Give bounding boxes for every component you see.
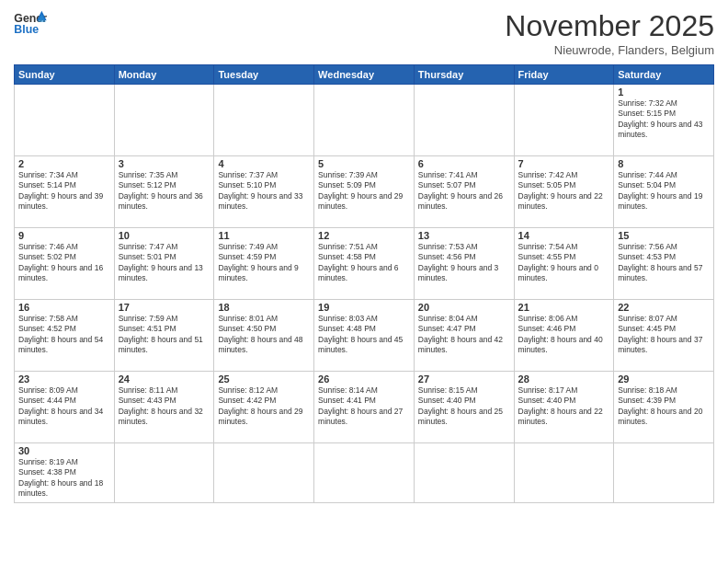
week-row-3: 9 Sunrise: 7:46 AMSunset: 5:02 PMDayligh… bbox=[15, 228, 714, 300]
day-20: 20 Sunrise: 8:04 AMSunset: 4:47 PMDaylig… bbox=[414, 300, 514, 372]
day-2: 2 Sunrise: 7:34 AMSunset: 5:14 PMDayligh… bbox=[15, 156, 115, 228]
day-19: 19 Sunrise: 8:03 AMSunset: 4:48 PMDaylig… bbox=[314, 300, 415, 372]
day-12: 12 Sunrise: 7:51 AMSunset: 4:58 PMDaylig… bbox=[314, 228, 415, 300]
week-row-5: 23 Sunrise: 8:09 AMSunset: 4:44 PMDaylig… bbox=[15, 372, 714, 443]
empty-cell bbox=[214, 85, 314, 156]
day-26: 26 Sunrise: 8:14 AMSunset: 4:41 PMDaylig… bbox=[314, 372, 415, 443]
day-3: 3 Sunrise: 7:35 AMSunset: 5:12 PMDayligh… bbox=[114, 156, 214, 228]
day-24: 24 Sunrise: 8:11 AMSunset: 4:43 PMDaylig… bbox=[114, 372, 214, 443]
day-4: 4 Sunrise: 7:37 AMSunset: 5:10 PMDayligh… bbox=[214, 156, 314, 228]
day-15: 15 Sunrise: 7:56 AMSunset: 4:53 PMDaylig… bbox=[614, 228, 714, 300]
calendar: Sunday Monday Tuesday Wednesday Thursday… bbox=[14, 64, 714, 503]
header-tuesday: Tuesday bbox=[214, 65, 314, 85]
month-title: November 2025 bbox=[505, 9, 714, 43]
week-row-2: 2 Sunrise: 7:34 AMSunset: 5:14 PMDayligh… bbox=[15, 156, 714, 228]
logo-icon: General Blue bbox=[14, 9, 47, 37]
day-8: 8 Sunrise: 7:44 AMSunset: 5:04 PMDayligh… bbox=[614, 156, 714, 228]
day-number-1: 1 bbox=[618, 86, 710, 98]
day-10: 10 Sunrise: 7:47 AMSunset: 5:01 PMDaylig… bbox=[114, 228, 214, 300]
day-28: 28 Sunrise: 8:17 AMSunset: 4:40 PMDaylig… bbox=[514, 372, 614, 443]
day-9: 9 Sunrise: 7:46 AMSunset: 5:02 PMDayligh… bbox=[15, 228, 115, 300]
weekday-header-row: Sunday Monday Tuesday Wednesday Thursday… bbox=[15, 65, 714, 85]
day-25: 25 Sunrise: 8:12 AMSunset: 4:42 PMDaylig… bbox=[214, 372, 314, 443]
day-1: 1 Sunrise: 7:32 AMSunset: 5:15 PMDayligh… bbox=[614, 85, 714, 156]
empty-cell bbox=[15, 85, 115, 156]
empty-cell bbox=[414, 85, 514, 156]
empty-cell bbox=[314, 443, 415, 503]
week-row-1: 1 Sunrise: 7:32 AMSunset: 5:15 PMDayligh… bbox=[15, 85, 714, 156]
day-13: 13 Sunrise: 7:53 AMSunset: 4:56 PMDaylig… bbox=[414, 228, 514, 300]
header-thursday: Thursday bbox=[414, 65, 514, 85]
day-6: 6 Sunrise: 7:41 AMSunset: 5:07 PMDayligh… bbox=[414, 156, 514, 228]
location: Nieuwrode, Flanders, Belgium bbox=[505, 43, 714, 57]
empty-cell bbox=[114, 443, 214, 503]
day-23: 23 Sunrise: 8:09 AMSunset: 4:44 PMDaylig… bbox=[15, 372, 115, 443]
empty-cell bbox=[214, 443, 314, 503]
empty-cell bbox=[414, 443, 514, 503]
header-saturday: Saturday bbox=[614, 65, 714, 85]
title-block: November 2025 Nieuwrode, Flanders, Belgi… bbox=[505, 9, 714, 57]
day-18: 18 Sunrise: 8:01 AMSunset: 4:50 PMDaylig… bbox=[214, 300, 314, 372]
day-21: 21 Sunrise: 8:06 AMSunset: 4:46 PMDaylig… bbox=[514, 300, 614, 372]
week-row-6: 30 Sunrise: 8:19 AMSunset: 4:38 PMDaylig… bbox=[15, 443, 714, 503]
header: General Blue November 2025 Nieuwrode, Fl… bbox=[14, 9, 714, 57]
day-7: 7 Sunrise: 7:42 AMSunset: 5:05 PMDayligh… bbox=[514, 156, 614, 228]
header-monday: Monday bbox=[114, 65, 214, 85]
week-row-4: 16 Sunrise: 7:58 AMSunset: 4:52 PMDaylig… bbox=[15, 300, 714, 372]
header-wednesday: Wednesday bbox=[314, 65, 415, 85]
empty-cell bbox=[314, 85, 415, 156]
logo: General Blue bbox=[14, 9, 47, 37]
day-30: 30 Sunrise: 8:19 AMSunset: 4:38 PMDaylig… bbox=[15, 443, 115, 503]
empty-cell bbox=[114, 85, 214, 156]
empty-cell bbox=[614, 443, 714, 503]
header-sunday: Sunday bbox=[15, 65, 115, 85]
header-friday: Friday bbox=[514, 65, 614, 85]
empty-cell bbox=[514, 85, 614, 156]
day-22: 22 Sunrise: 8:07 AMSunset: 4:45 PMDaylig… bbox=[614, 300, 714, 372]
empty-cell bbox=[514, 443, 614, 503]
day-11: 11 Sunrise: 7:49 AMSunset: 4:59 PMDaylig… bbox=[214, 228, 314, 300]
day-5: 5 Sunrise: 7:39 AMSunset: 5:09 PMDayligh… bbox=[314, 156, 415, 228]
day-14: 14 Sunrise: 7:54 AMSunset: 4:55 PMDaylig… bbox=[514, 228, 614, 300]
day-info-1: Sunrise: 7:32 AMSunset: 5:15 PMDaylight:… bbox=[618, 98, 702, 139]
page: General Blue November 2025 Nieuwrode, Fl… bbox=[0, 0, 728, 563]
day-16: 16 Sunrise: 7:58 AMSunset: 4:52 PMDaylig… bbox=[15, 300, 115, 372]
day-17: 17 Sunrise: 7:59 AMSunset: 4:51 PMDaylig… bbox=[114, 300, 214, 372]
day-29: 29 Sunrise: 8:18 AMSunset: 4:39 PMDaylig… bbox=[614, 372, 714, 443]
day-27: 27 Sunrise: 8:15 AMSunset: 4:40 PMDaylig… bbox=[414, 372, 514, 443]
svg-text:Blue: Blue bbox=[14, 23, 39, 36]
